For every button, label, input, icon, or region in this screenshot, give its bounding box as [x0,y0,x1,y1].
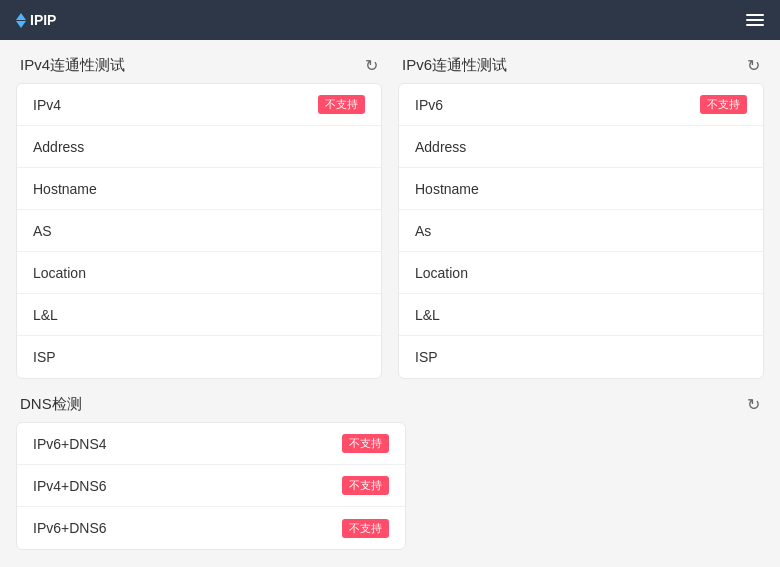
row-label-ipv6: IPv6 [415,97,443,113]
menu-button[interactable] [746,14,764,26]
row-label-ipv6dns4: IPv6+DNS4 [33,436,107,452]
table-row: IPv6 不支持 [399,84,763,126]
table-row: IPv6+DNS4 不支持 [17,423,405,465]
table-row: Hostname [399,168,763,210]
table-row: L&L [17,294,381,336]
status-badge-ipv6: 不支持 [700,95,747,114]
app-logo: IPIP [16,12,56,28]
app-header: IPIP [0,0,780,40]
logo-text: IPIP [30,12,56,28]
ipv4-section-title: IPv4连通性测试 [20,56,125,75]
main-content: IPv4连通性测试 ↻ IPv4 不支持 Address Hostname AS… [0,40,780,566]
row-label-location-ipv4: Location [33,265,86,281]
row-label-ipv4dns6: IPv4+DNS6 [33,478,107,494]
table-row: IPv4 不支持 [17,84,381,126]
table-row: ISP [399,336,763,378]
row-label-as-ipv4: AS [33,223,52,239]
ipv6-section-header: IPv6连通性测试 ↻ [398,56,764,75]
status-badge-ipv4: 不支持 [318,95,365,114]
row-label-hostname-ipv6: Hostname [415,181,479,197]
dns-section-title: DNS检测 [20,395,82,414]
ipv6-section: IPv6连通性测试 ↻ IPv6 不支持 Address Hostname As… [398,56,764,379]
status-badge-ipv6dns4: 不支持 [342,434,389,453]
table-row: ISP [17,336,381,378]
table-row: IPv4+DNS6 不支持 [17,465,405,507]
ipv6-card: IPv6 不支持 Address Hostname As Location L&… [398,83,764,379]
dns-section: DNS检测 ↻ IPv6+DNS4 不支持 IPv4+DNS6 不支持 IPv6… [16,395,764,550]
table-row: AS [17,210,381,252]
dns-refresh-button[interactable]: ↻ [747,395,760,414]
table-row: Address [399,126,763,168]
dns-card: IPv6+DNS4 不支持 IPv4+DNS6 不支持 IPv6+DNS6 不支… [16,422,406,550]
table-row: Hostname [17,168,381,210]
row-label-as-ipv6: As [415,223,431,239]
table-row: L&L [399,294,763,336]
status-badge-ipv6dns6: 不支持 [342,519,389,538]
table-row: IPv6+DNS6 不支持 [17,507,405,549]
table-row: Location [17,252,381,294]
table-row: Location [399,252,763,294]
ipv4-refresh-button[interactable]: ↻ [365,56,378,75]
row-label-address-ipv6: Address [415,139,466,155]
row-label-location-ipv6: Location [415,265,468,281]
logo-arrows-icon [16,13,26,28]
ipv4-section: IPv4连通性测试 ↻ IPv4 不支持 Address Hostname AS… [16,56,382,379]
row-label-ipv6dns6: IPv6+DNS6 [33,520,107,536]
ipv4-section-header: IPv4连通性测试 ↻ [16,56,382,75]
dns-section-header: DNS检测 ↻ [16,395,764,414]
table-row: As [399,210,763,252]
status-badge-ipv4dns6: 不支持 [342,476,389,495]
row-label-hostname-ipv4: Hostname [33,181,97,197]
ipv6-section-title: IPv6连通性测试 [402,56,507,75]
row-label-isp-ipv4: ISP [33,349,56,365]
ipv4-card: IPv4 不支持 Address Hostname AS Location L&… [16,83,382,379]
table-row: Address [17,126,381,168]
row-label-address-ipv4: Address [33,139,84,155]
row-label-ll-ipv6: L&L [415,307,440,323]
row-label-ipv4: IPv4 [33,97,61,113]
ipv6-refresh-button[interactable]: ↻ [747,56,760,75]
row-label-ll-ipv4: L&L [33,307,58,323]
row-label-isp-ipv6: ISP [415,349,438,365]
